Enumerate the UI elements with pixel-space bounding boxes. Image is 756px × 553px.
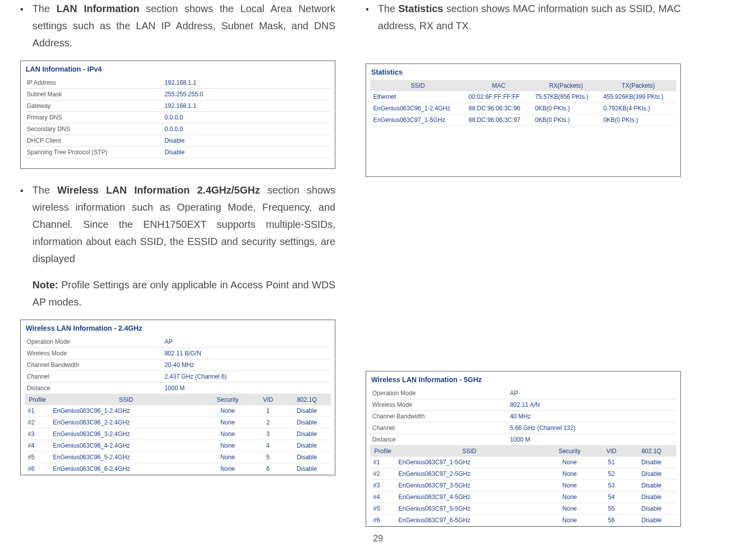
table-row: #3EnGenius063C97_3-5GHzNone53Disable (370, 480, 676, 491)
cell: 4 (253, 440, 283, 452)
kv-value: 0.0.0.0 (162, 124, 331, 135)
cell: #2 (370, 468, 395, 480)
wlan-24-profile-table: Profile SSID Security VID 802.1Q #1EnGen… (25, 394, 331, 475)
kv-value: 20-40 MHz (162, 359, 331, 371)
stats-table: SSID MAC RX(Packets) TX(Packets) Etherne… (370, 80, 676, 126)
cell: Disable (283, 428, 331, 440)
wlan-description: The Wireless LAN Information 2.4GHz/5GHz… (32, 181, 335, 267)
kv-key: Wireless Mode (25, 348, 162, 359)
cell: EnGenius063C97_4-5GHz (395, 491, 543, 503)
cell: None (543, 457, 596, 468)
kv-value: Disable (162, 135, 331, 147)
table-row: Primary DNS0.0.0.0 (25, 112, 331, 124)
table-row: #4EnGenius063C97_4-5GHzNone54Disable (370, 491, 676, 503)
lan-panel-title: LAN Information - IPv4 (25, 63, 331, 77)
kv-value: 40 MHz (508, 411, 676, 422)
kv-key: Distance (25, 383, 162, 394)
wlan-24-panel: Wireless LAN Information - 2.4GHz Operat… (20, 320, 335, 475)
cell: #4 (370, 491, 395, 503)
table-row: #6EnGenius063C96_6-2.4GHzNone6Disable (25, 463, 331, 475)
table-row: #6EnGenius063C97_6-5GHzNone56Disable (370, 515, 676, 526)
table-row: Ethernet00:02:6F:FF:FF:FF75.57KB(856 PKt… (370, 91, 676, 103)
col-vid: VID (596, 446, 627, 457)
col-security: Security (543, 446, 596, 457)
cell: None (202, 452, 253, 463)
cell: EnGenius063C96_5-2.4GHz (50, 452, 202, 463)
kv-value: AP (162, 336, 331, 348)
wlan-5-profile-table: Profile SSID Security VID 802.1Q #1EnGen… (370, 446, 676, 526)
cell: 5 (253, 452, 283, 463)
bullet-icon: • (20, 181, 23, 320)
col-8021q: 802.1Q (626, 446, 676, 457)
table-row: IP Address192.168.1.1 (25, 77, 331, 89)
cell: 88:DC:96:06:3C:97 (466, 114, 532, 126)
col-profile: Profile (370, 446, 395, 457)
wlan-5-title: Wireless LAN Information - 5GHz (370, 374, 676, 388)
cell: 55 (596, 503, 627, 515)
cell: #3 (25, 428, 50, 440)
kv-key: Wireless Mode (370, 399, 508, 411)
kv-key: Distance (370, 434, 508, 446)
cell: EnGenius063C97_2-5GHz (395, 468, 543, 480)
table-row: Gateway192.168.1.1 (25, 100, 331, 112)
cell: #2 (25, 417, 50, 428)
cell: EnGenius063C97_3-5GHz (395, 480, 543, 491)
table-row: #5EnGenius063C97_5-5GHzNone55Disable (370, 503, 676, 515)
cell: #6 (370, 515, 395, 526)
cell: EnGenius063C96_4-2.4GHz (50, 440, 202, 452)
wlan-5-kv: Operation ModeAPWireless Mode802.11 A/NC… (370, 388, 676, 446)
col-ssid: SSID (395, 446, 543, 457)
table-row: Channel Bandwidth20-40 MHz (25, 359, 331, 371)
lan-description: The LAN Information section shows the Lo… (32, 0, 335, 51)
cell: Ethernet (370, 91, 466, 103)
cell: 6 (253, 463, 283, 475)
cell: None (202, 440, 253, 452)
cell: 3 (253, 428, 283, 440)
cell: 51 (596, 457, 627, 468)
table-row: Spanning Tree Protocol (STP)Disable (25, 147, 331, 158)
kv-value: 192.168.1.1 (162, 100, 331, 112)
table-row: #2EnGenius063C97_2-5GHzNone52Disable (370, 468, 676, 480)
cell: None (543, 480, 596, 491)
table-row: #5EnGenius063C96_5-2.4GHzNone5Disable (25, 452, 331, 463)
cell: EnGenius063C97_1-5GHz (395, 457, 543, 468)
cell: None (202, 417, 253, 428)
kv-value: AP (508, 388, 676, 399)
kv-key: Subnet Mask (25, 89, 162, 100)
col-ssid: SSID (50, 394, 202, 405)
table-row: #2EnGenius063C96_2-2.4GHzNone2Disable (25, 417, 331, 428)
col-tx: TX(Packets) (600, 80, 676, 91)
table-row: DHCP ClientDisable (25, 135, 331, 147)
cell: None (543, 491, 596, 503)
table-row: Operation ModeAP (25, 336, 331, 348)
col-mac: MAC (466, 80, 532, 91)
cell: EnGenius063C96_2-2.4GHz (50, 417, 202, 428)
kv-value: 1000 M (162, 383, 331, 394)
cell: Disable (283, 405, 331, 417)
wlan-note: Note: Profile Settings are only applicab… (32, 276, 335, 311)
cell: #1 (25, 405, 50, 417)
cell: EnGenius063C96_3-2.4GHz (50, 428, 202, 440)
cell: EnGenius063C97_1-5GHz (370, 114, 466, 126)
cell: 56 (596, 515, 627, 526)
table-row: Wireless Mode802.11 A/N (370, 399, 676, 411)
kv-key: Primary DNS (25, 112, 162, 124)
kv-key: Channel Bandwidth (370, 411, 508, 422)
bullet-icon: • (366, 0, 369, 43)
cell: None (202, 428, 253, 440)
cell: 53 (596, 480, 627, 491)
cell: Disable (626, 515, 676, 526)
kv-key: DHCP Client (25, 135, 162, 147)
kv-value: 802.11 B/G/N (162, 348, 331, 359)
kv-value: 2.437 GHz (Channel 6) (162, 371, 331, 383)
cell: Disable (626, 457, 676, 468)
kv-value: 0.0.0.0 (162, 112, 331, 124)
cell: Disable (283, 417, 331, 428)
stats-description: The Statistics section shows MAC informa… (378, 0, 681, 34)
cell: #5 (25, 452, 50, 463)
table-row: Channel Bandwidth40 MHz (370, 411, 676, 422)
lan-info-panel: LAN Information - IPv4 IP Address192.168… (20, 60, 335, 169)
table-row: Wireless Mode802.11 B/G/N (25, 348, 331, 359)
cell: 0KB(0 PKts.) (532, 103, 600, 114)
cell: 0.792KB(4 PKts.) (600, 103, 676, 114)
